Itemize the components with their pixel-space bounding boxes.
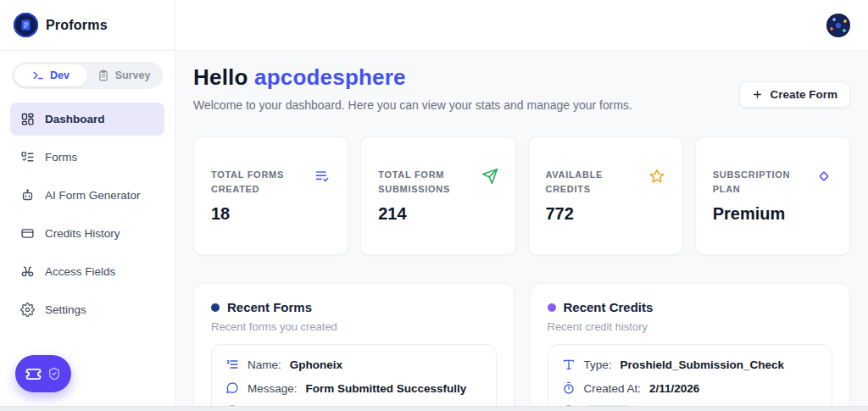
form-name-row: Name: Gphoneix <box>224 353 484 376</box>
ordered-list-icon <box>225 358 239 371</box>
proforms-logo-icon <box>14 13 38 37</box>
toggle-survey-label: Survey <box>115 69 151 81</box>
sidebar-item-label: Credits History <box>45 227 120 240</box>
stat-label: AVAILABLE CREDITS <box>546 168 646 197</box>
credits-dot-icon <box>548 303 556 312</box>
clipboard-icon <box>97 69 109 81</box>
username-text: apcodesphere <box>254 64 406 90</box>
stat-card-subscription-plan: SUBSCRIPTION PLAN Premium <box>695 136 850 255</box>
stat-value: 772 <box>546 204 665 224</box>
recent-forms-title: Recent Forms <box>211 300 497 314</box>
horizontal-scrollbar[interactable] <box>0 406 868 411</box>
stat-card-available-credits: AVAILABLE CREDITS 772 <box>528 136 683 255</box>
plus-icon <box>752 89 763 100</box>
form-message-value: Form Submitted Successfully <box>306 382 467 395</box>
recent-credits-subtitle: Recent credit history <box>548 320 833 333</box>
sidebar-item-label: Dashboard <box>45 113 105 125</box>
dashboard-grid-icon <box>20 112 35 126</box>
stat-label: TOTAL FORMS CREATED <box>211 168 311 197</box>
toggle-survey[interactable]: Survey <box>87 64 160 86</box>
quick-actions-button[interactable] <box>15 355 71 392</box>
brand: Proforms <box>0 0 175 51</box>
panel-title-text: Recent Credits <box>564 300 654 314</box>
stat-card-total-forms-created: TOTAL FORMS CREATED 18 <box>193 136 348 255</box>
recent-forms-subtitle: Recent forms you created <box>211 320 497 333</box>
sidebar-item-access-fields[interactable]: Access Fields <box>10 255 164 288</box>
credit-created-row: Created At: 2/11/2026 <box>560 376 821 400</box>
stat-label: SUBSCRIPTION PLAN <box>713 168 813 197</box>
sidebar: Proforms Dev Survey D <box>0 0 175 411</box>
stat-value: 214 <box>378 204 498 224</box>
sidebar-item-label: Forms <box>45 151 77 164</box>
recent-credits-panel: Recent Credits Recent credit history Typ… <box>530 283 851 411</box>
page-head: Hello apcodesphere Welcome to your dashb… <box>193 64 850 112</box>
sidebar-nav: Dashboard Forms AI Form Generator Cr <box>0 103 175 331</box>
form-name-value: Gphoneix <box>290 358 342 371</box>
credit-card-icon <box>20 226 35 241</box>
create-form-label: Create Form <box>770 88 837 101</box>
sidebar-item-dashboard[interactable]: Dashboard <box>10 103 164 136</box>
gear-icon <box>20 303 35 317</box>
sidebar-item-credits-history[interactable]: Credits History <box>10 217 164 250</box>
sidebar-item-settings[interactable]: Settings <box>10 293 164 326</box>
forms-dot-icon <box>211 303 220 312</box>
page-title: Hello apcodesphere <box>193 64 632 91</box>
binoculars-icon <box>20 264 35 279</box>
stat-card-total-form-submissions: TOTAL FORM SUBMISSIONS 214 <box>360 136 515 255</box>
diamond-icon <box>815 168 832 185</box>
star-icon <box>648 168 665 185</box>
recent-form-entry: Name: Gphoneix Message: Form Submitted S… <box>211 344 497 411</box>
sidebar-item-label: Access Fields <box>45 265 115 278</box>
form-message-row: Message: Form Submitted Successfully <box>224 376 484 400</box>
stat-value: Premium <box>713 204 832 224</box>
credit-created-label: Created At: <box>584 382 642 395</box>
greeting-text: Hello <box>193 64 248 90</box>
send-icon <box>481 168 498 185</box>
brand-name: Proforms <box>46 18 108 33</box>
create-form-button[interactable]: Create Form <box>739 81 850 108</box>
stat-label: TOTAL FORM SUBMISSIONS <box>378 168 478 197</box>
form-name-label: Name: <box>248 358 281 371</box>
stats-row: TOTAL FORMS CREATED 18 TOTAL FORM SUBMIS… <box>193 136 850 255</box>
page-subtitle: Welcome to your dashboard. Here you can … <box>193 98 632 112</box>
timer-icon <box>562 381 576 395</box>
toggle-dev-label: Dev <box>50 69 70 81</box>
recent-forms-panel: Recent Forms Recent forms you created Na… <box>193 283 515 411</box>
mode-toggle: Dev Survey <box>12 62 163 89</box>
panels-row: Recent Forms Recent forms you created Na… <box>193 283 850 411</box>
topbar <box>175 0 868 51</box>
recent-credits-title: Recent Credits <box>548 300 833 314</box>
robot-icon <box>20 188 35 203</box>
forms-list-icon <box>20 150 35 164</box>
sidebar-item-ai-form-generator[interactable]: AI Form Generator <box>10 179 164 212</box>
ticket-icon <box>25 366 42 382</box>
credit-type-row: Type: Proshield_Submission_Check <box>560 353 821 376</box>
user-avatar[interactable] <box>826 14 850 37</box>
sidebar-item-forms[interactable]: Forms <box>10 141 164 174</box>
sidebar-item-label: Settings <box>45 303 86 316</box>
sidebar-item-label: AI Form Generator <box>45 189 141 202</box>
list-check-icon <box>314 168 331 185</box>
greeting-block: Hello apcodesphere Welcome to your dashb… <box>193 64 632 112</box>
type-icon <box>562 358 576 371</box>
content-area: Hello apcodesphere Welcome to your dashb… <box>175 0 868 411</box>
shield-check-icon <box>47 367 61 380</box>
recent-credit-entry: Type: Proshield_Submission_Check Created… <box>548 344 833 411</box>
panel-title-text: Recent Forms <box>227 300 312 314</box>
app-window: Proforms Dev Survey D <box>0 0 868 411</box>
credit-type-label: Type: <box>584 358 612 371</box>
credit-type-value: Proshield_Submission_Check <box>620 358 785 371</box>
form-message-label: Message: <box>248 382 298 395</box>
stat-value: 18 <box>211 204 331 224</box>
credit-created-value: 2/11/2026 <box>649 382 699 395</box>
dashboard-main: Hello apcodesphere Welcome to your dashb… <box>175 51 868 411</box>
message-bubble-icon <box>225 381 239 395</box>
toggle-dev[interactable]: Dev <box>14 64 87 86</box>
terminal-icon <box>32 69 44 81</box>
